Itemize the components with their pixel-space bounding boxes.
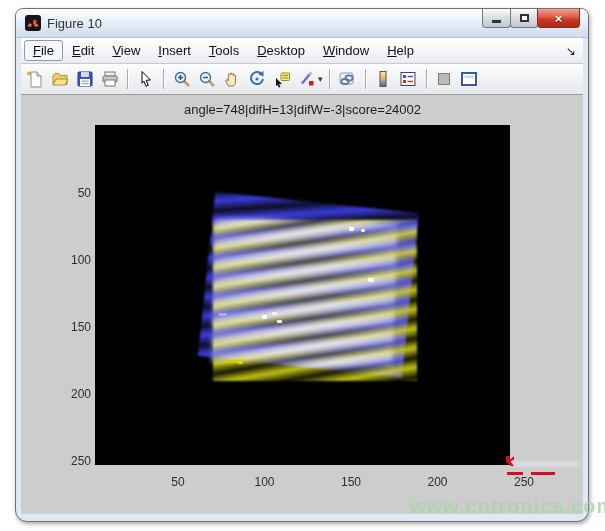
- feature-marker: [238, 359, 243, 364]
- menu-item-tools[interactable]: Tools: [200, 40, 248, 61]
- hide-plot-tools-button[interactable]: [433, 68, 456, 91]
- axes-title: angle=748|difH=13|difW=-3|score=24002: [95, 102, 510, 117]
- edit-plot-button[interactable]: [134, 68, 157, 91]
- toolbar-separator: [127, 69, 128, 89]
- menu-item-file[interactable]: File: [24, 40, 63, 61]
- legend-icon: [399, 70, 417, 88]
- open-file-button[interactable]: [48, 68, 71, 91]
- corner-watermark-dash: [507, 472, 523, 475]
- figure-canvas: angle=748|difH=13|difW=-3|score=24002 50…: [21, 95, 583, 514]
- data-cursor-icon: [273, 70, 291, 88]
- menu-item-view[interactable]: View: [103, 40, 149, 61]
- corner-watermark-dash: [531, 472, 555, 475]
- feature-marker: [262, 315, 267, 319]
- zoom-out-icon: [198, 70, 216, 88]
- rotate-3d-icon: [248, 70, 266, 88]
- minimize-button[interactable]: [482, 9, 511, 28]
- y-tick-label: 150: [57, 320, 91, 334]
- close-button[interactable]: ×: [537, 9, 580, 28]
- menu-item-window[interactable]: Window: [314, 40, 378, 61]
- menu-item-desktop[interactable]: Desktop: [248, 40, 314, 61]
- menu-item-insert[interactable]: Insert: [149, 40, 200, 61]
- overlap-region: [211, 217, 398, 368]
- zoom-in-button[interactable]: [170, 68, 193, 91]
- toolbar-separator: [365, 69, 366, 89]
- feature-marker: [277, 320, 282, 323]
- x-tick-label: 150: [334, 475, 368, 489]
- dock-figure-icon: [460, 70, 478, 88]
- feature-marker: [349, 227, 354, 231]
- feature-marker: [361, 229, 365, 232]
- rotate-3d-button[interactable]: [245, 68, 268, 91]
- brush-data-button[interactable]: [295, 68, 318, 91]
- window-controls: ×: [483, 9, 580, 28]
- feature-marker: [272, 312, 277, 315]
- brush-dropdown-caret[interactable]: ▾: [318, 74, 323, 84]
- zoom-out-button[interactable]: [195, 68, 218, 91]
- screenshot-stage: Figure 10 × FileEditViewInsertToolsDeskt…: [0, 0, 605, 531]
- printer-icon: [101, 70, 119, 88]
- toolbar-separator: [163, 69, 164, 89]
- close-icon: ×: [555, 11, 563, 26]
- feature-marker: [368, 278, 374, 282]
- print-figure-button[interactable]: [98, 68, 121, 91]
- save-icon: [76, 70, 94, 88]
- cursor-arrow-icon: [137, 70, 155, 88]
- plot-area[interactable]: [95, 125, 510, 465]
- x-tick-label: 200: [421, 475, 455, 489]
- new-figure-icon: [26, 70, 44, 88]
- show-plot-tools-dock-button[interactable]: [458, 68, 481, 91]
- feature-marker: [219, 313, 227, 316]
- hide-plot-tools-icon: [435, 70, 453, 88]
- y-tick-label: 250: [57, 454, 91, 468]
- colorbar-icon: [374, 70, 392, 88]
- y-tick-label: 200: [57, 387, 91, 401]
- matlab-icon: [25, 15, 41, 31]
- maximize-button[interactable]: [510, 9, 538, 28]
- data-cursor-button[interactable]: [270, 68, 293, 91]
- toolbar-separator: [426, 69, 427, 89]
- minimize-icon: [492, 20, 501, 23]
- toolbar-separator: [329, 69, 330, 89]
- menu-item-edit[interactable]: Edit: [63, 40, 103, 61]
- y-tick-label: 100: [57, 253, 91, 267]
- toolbar: ▾: [21, 64, 583, 95]
- link-plot-button[interactable]: [336, 68, 359, 91]
- menu-item-help[interactable]: Help: [378, 40, 423, 61]
- insert-colorbar-button[interactable]: [372, 68, 395, 91]
- save-figure-button[interactable]: [73, 68, 96, 91]
- new-figure-button[interactable]: [23, 68, 46, 91]
- zoom-in-icon: [173, 70, 191, 88]
- link-icon: [338, 70, 356, 88]
- menu-bar: FileEditViewInsertToolsDesktopWindowHelp…: [21, 38, 583, 64]
- brush-icon: [298, 70, 316, 88]
- x-tick-label: 250: [507, 475, 541, 489]
- maximize-icon: [520, 14, 529, 22]
- pan-button[interactable]: [220, 68, 243, 91]
- pan-hand-icon: [223, 70, 241, 88]
- y-tick-label: 50: [57, 186, 91, 200]
- dock-arrow-icon[interactable]: ↘: [566, 44, 580, 58]
- corner-watermark-text: [514, 461, 578, 467]
- window-title: Figure 10: [47, 16, 102, 31]
- open-folder-icon: [51, 70, 69, 88]
- insert-legend-button[interactable]: [397, 68, 420, 91]
- figure-window: Figure 10 × FileEditViewInsertToolsDeskt…: [15, 8, 589, 522]
- x-tick-label: 50: [161, 475, 195, 489]
- title-bar[interactable]: Figure 10 ×: [16, 9, 588, 38]
- x-tick-label: 100: [248, 475, 282, 489]
